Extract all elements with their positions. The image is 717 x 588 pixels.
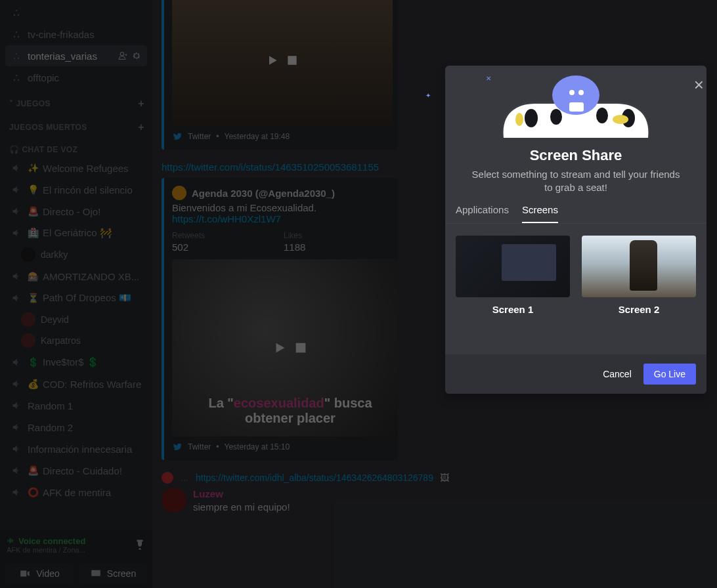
tab-applications[interactable]: Applications xyxy=(456,204,509,223)
screen-share-modal: × ✦ ✕ ✦ Screen Share Select something to… xyxy=(445,66,706,394)
modal-tabs: Applications Screens xyxy=(445,195,706,224)
screen-thumbnail xyxy=(582,236,696,297)
svg-point-1 xyxy=(557,82,569,94)
svg-point-3 xyxy=(569,90,575,95)
svg-point-4 xyxy=(578,90,584,95)
svg-point-9 xyxy=(613,115,628,124)
modal-subtitle: Select something to stream and tell your… xyxy=(445,164,706,195)
tab-screens[interactable]: Screens xyxy=(522,204,558,223)
screen-option-2[interactable]: Screen 2 xyxy=(582,236,696,315)
svg-point-7 xyxy=(596,108,608,123)
screen-thumbnail xyxy=(456,236,570,297)
modal-footer: Cancel Go Live xyxy=(445,354,706,394)
close-button[interactable]: × xyxy=(689,70,709,100)
modal-banner: ✦ ✕ ✦ xyxy=(445,66,706,138)
svg-point-10 xyxy=(515,113,523,126)
go-live-button[interactable]: Go Live xyxy=(643,364,696,385)
cancel-button[interactable]: Cancel xyxy=(603,369,632,379)
svg-rect-2 xyxy=(569,102,584,112)
screens-grid: Screen 1 Screen 2 xyxy=(445,224,706,354)
screen-label: Screen 2 xyxy=(582,304,696,315)
modal-title: Screen Share xyxy=(445,147,706,164)
svg-point-6 xyxy=(550,109,562,125)
screen-option-1[interactable]: Screen 1 xyxy=(456,236,570,315)
svg-point-5 xyxy=(525,109,538,127)
screen-label: Screen 1 xyxy=(456,304,570,315)
